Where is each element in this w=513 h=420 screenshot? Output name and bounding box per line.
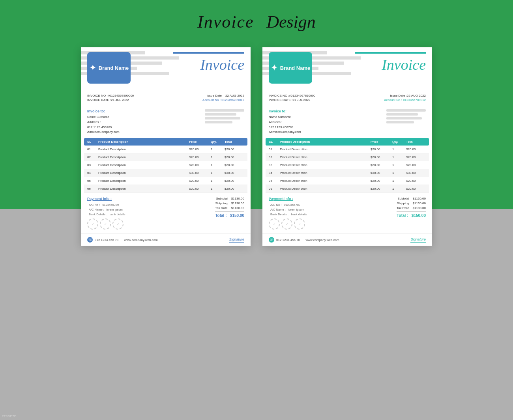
col-desc-blue: Product Description	[98, 140, 189, 144]
to-stripe-3	[386, 117, 422, 119]
bank-blue: Bank Details : bank details	[87, 213, 215, 216]
brand-name-blue: Brand Name	[99, 65, 129, 71]
footer-section-blue: ☏ 012 1234 456 78 www.company.web.com Si…	[81, 233, 251, 246]
account-no-teal: Account No : 0123456789012	[384, 98, 426, 102]
to-stripe-1	[205, 109, 244, 112]
brand-name-teal: Brand Name	[280, 65, 311, 71]
ac-name-teal: A/C Name : lorem ipsum	[269, 208, 397, 211]
col-price-teal: Price	[371, 140, 392, 144]
to-stripe-3	[205, 117, 240, 119]
to-stripe-2	[386, 113, 418, 116]
invoice-no-blue: INVOICE NO :#01234567890000	[87, 94, 134, 97]
issue-date-teal: Issue Date :22 AUG 2022	[384, 94, 426, 97]
accent-line-teal	[355, 52, 426, 54]
col-desc-teal: Product Description	[280, 140, 371, 144]
logo-icon-blue: ✦	[89, 63, 96, 73]
invoice-title-teal: Invoice	[355, 56, 426, 73]
col-qty-blue: Qty.	[211, 140, 225, 144]
subtotal-blue: Subtotal $1130.00	[215, 197, 244, 200]
subtotal-teal: Subtotal $1130.00	[397, 197, 426, 200]
bank-teal: Bank Details : bank details	[269, 213, 397, 216]
table-row: 02Product Description$20.001$20.00	[84, 153, 247, 161]
issue-date-blue: Issue Date 22 AUG 2022	[202, 94, 244, 97]
table-header-teal: SL Product Description Price Qty. Total	[266, 138, 429, 146]
invoice-date-blue: INVOICE DATE :21 JUL 2022	[87, 98, 134, 102]
logo-box-teal: ✦ Brand Name	[269, 52, 312, 84]
invoice-to-section-teal: Invoice to: Name Surname Addrees : 012 1…	[262, 106, 432, 138]
table-row: 06Product Description$20.001$20.00	[84, 185, 247, 193]
tax-teal: Tax Rate $1130.00	[397, 206, 426, 210]
stamp-2: ✓	[281, 218, 292, 230]
shipping-teal: Shipping $1130.00	[397, 202, 426, 205]
invoice-title-wrap-teal: Invoice	[355, 52, 426, 73]
total-row-blue: Total : $150.00	[215, 211, 244, 218]
table-row: 04Product Description$30.001$30.00	[84, 169, 247, 177]
stamp-1: ✓	[269, 218, 280, 230]
invoice-to-left-teal: Invoice to: Name Surname Addrees : 012 1…	[269, 109, 382, 135]
page-title: Invoice Design	[197, 12, 316, 32]
header-section-teal: ✦ Brand Name Invoice	[262, 47, 432, 91]
table-header-blue: SL Product Description Price Qty. Total	[84, 138, 247, 146]
invoice-to-label-teal: Invoice to:	[269, 109, 382, 113]
invoice-title-wrap-blue: Invoice	[173, 52, 244, 73]
stamp-2: ✓	[100, 218, 111, 230]
footer-left-blue: ☏ 012 1234 456 78 www.company.web.com	[87, 237, 158, 243]
invoice-card-blue: ✦ Brand Name Invoice INVOICE NO :#012345…	[81, 47, 251, 246]
to-stripe-4	[386, 121, 414, 123]
total-row-teal: Total : $150.00	[397, 211, 426, 218]
to-stripe-4	[205, 121, 232, 123]
signature-teal: Signature	[410, 237, 426, 243]
col-sl-teal: SL	[269, 140, 280, 144]
payment-stamps-teal: ✓ ✓ ✓	[269, 218, 397, 230]
invoice-to-text-blue: Name Surname Addrees : 012 1123 456789 A…	[87, 115, 201, 135]
table-row: 03Product Description$20.001$20.00	[84, 161, 247, 169]
meta-left-teal: INVOICE NO :#01234567890000 INVOICE DATE…	[269, 94, 315, 103]
to-stripe-2	[205, 113, 236, 116]
stamp-1: ✓	[87, 218, 98, 230]
logo-icon-teal: ✦	[271, 63, 278, 73]
payment-left-blue: Payment info : A/C No : 0123456789 A/C N…	[87, 197, 215, 230]
payment-stamps-blue: ✓ ✓ ✓	[87, 218, 215, 230]
accent-line-blue	[173, 52, 244, 54]
payment-right-teal: Subtotal $1130.00 Shipping $1130.00 Tax …	[397, 197, 426, 219]
col-price-blue: Price	[189, 140, 211, 144]
invoice-to-text-teal: Name Surname Addrees : 012 1123 456789 A…	[269, 115, 382, 135]
shipping-blue: Shipping $1130.00	[215, 202, 244, 205]
ac-name-blue: A/C Name : lorem ipsum	[87, 208, 215, 211]
stamp-3: ✓	[112, 218, 124, 230]
col-sl-blue: SL	[87, 140, 98, 144]
payment-label-blue: Payment info :	[87, 197, 215, 201]
meta-section-teal: INVOICE NO :#01234567890000 INVOICE DATE…	[262, 91, 432, 106]
table-section-blue: SL Product Description Price Qty. Total …	[84, 138, 247, 193]
table-row: 05Product Description$20.001$20.00	[266, 177, 429, 185]
invoice-no-teal: INVOICE NO :#01234567890000	[269, 94, 315, 97]
payment-section-blue: Payment info : A/C No : 0123456789 A/C N…	[81, 193, 251, 233]
watermark: 2TBDD7D	[2, 414, 16, 418]
invoices-container: ✦ Brand Name Invoice INVOICE NO :#012345…	[81, 47, 432, 246]
table-row: 01Product Description$20.001$20.00	[84, 146, 247, 153]
table-row: 02Product Description$20.001$20.00	[266, 153, 429, 161]
table-row: 06Product Description$20.001$20.00	[266, 185, 429, 193]
table-section-teal: SL Product Description Price Qty. Total …	[266, 138, 429, 193]
signature-blue: Signature	[229, 237, 244, 243]
phone-icon-teal: ☏	[269, 237, 274, 243]
meta-left-blue: INVOICE NO :#01234567890000 INVOICE DATE…	[87, 94, 134, 103]
table-row: 04Product Description$30.001$30.00	[266, 169, 429, 177]
stamp-3: ✓	[294, 218, 305, 230]
payment-label-teal: Payment info :	[269, 197, 397, 201]
phone-icon-blue: ☏	[87, 237, 93, 243]
payment-right-blue: Subtotal $1130.00 Shipping $1130.00 Tax …	[215, 197, 244, 219]
account-no-blue: Account No : 0123456789012	[202, 98, 244, 102]
col-qty-teal: Qty.	[392, 140, 406, 144]
invoice-to-right-blue	[205, 109, 244, 123]
invoice-to-label-blue: Invoice to:	[87, 109, 201, 113]
invoice-to-right-teal	[386, 109, 426, 123]
col-total-teal: Total	[406, 140, 426, 144]
ac-no-teal: A/C No : 0123456789	[269, 203, 397, 207]
table-row: 01Product Description$20.001$20.00	[266, 146, 429, 153]
payment-section-teal: Payment info : A/C No : 0123456789 A/C N…	[262, 193, 432, 233]
footer-section-teal: ☏ 012 1234 456 78 www.company.web.com Si…	[262, 233, 432, 246]
invoice-to-section-blue: Invoice to: Name Surname Addrees : 012 1…	[81, 106, 251, 138]
to-stripe-1	[386, 109, 426, 112]
col-total-blue: Total	[225, 140, 244, 144]
